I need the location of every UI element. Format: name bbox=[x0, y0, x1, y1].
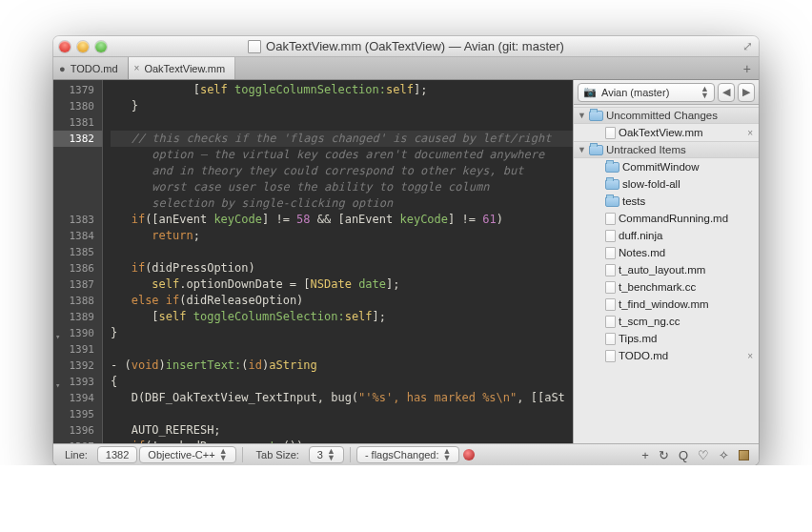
disclosure-triangle-icon[interactable]: ▼ bbox=[578, 111, 586, 120]
line-number[interactable]: 1382 bbox=[53, 131, 102, 147]
disclosure-triangle-icon[interactable]: ▼ bbox=[578, 145, 586, 154]
line-number[interactable]: 1384 bbox=[53, 228, 94, 244]
folder-icon bbox=[589, 111, 603, 121]
tree-item-label: t_find_window.mm bbox=[619, 298, 755, 310]
close-window-button[interactable] bbox=[59, 41, 71, 52]
project-popup[interactable]: 📷 Avian (master) ▲▼ bbox=[578, 83, 715, 102]
tree-section-header[interactable]: ▼Uncommitted Changes bbox=[574, 107, 759, 124]
tree-item[interactable]: duff.ninja bbox=[574, 227, 759, 244]
code-line[interactable] bbox=[111, 244, 573, 260]
file-tree[interactable]: ▼Uncommitted ChangesOakTextView.mm×▼Untr… bbox=[574, 105, 759, 443]
tree-item[interactable]: TODO.md× bbox=[574, 347, 759, 364]
line-number[interactable]: 1385 bbox=[53, 244, 94, 260]
code-line[interactable]: worst case user lose the ability to togg… bbox=[111, 179, 573, 195]
line-number[interactable]: 1380 bbox=[53, 98, 94, 114]
tab-size-popup[interactable]: 3 ▲▼ bbox=[309, 446, 344, 463]
editor-split: 1379138013811382138313841385138613871388… bbox=[53, 80, 759, 443]
line-number[interactable]: 1387 bbox=[53, 276, 94, 293]
code-editor[interactable]: 1379138013811382138313841385138613871388… bbox=[53, 80, 573, 443]
new-tab-button[interactable]: + bbox=[736, 57, 759, 79]
line-number[interactable]: 1381 bbox=[53, 114, 94, 131]
fullscreen-icon[interactable]: ⤢ bbox=[742, 39, 753, 53]
code-area[interactable]: [self toggleColumnSelection:self]; } // … bbox=[103, 80, 573, 443]
line-number[interactable]: 1388 bbox=[53, 293, 94, 309]
code-line[interactable]: [self toggleColumnSelection:self]; bbox=[111, 82, 573, 98]
code-line[interactable]: selection by single-clicking option bbox=[111, 195, 573, 212]
tree-item[interactable]: OakTextView.mm× bbox=[574, 124, 759, 141]
line-number[interactable] bbox=[53, 179, 94, 195]
favorites-button[interactable]: ♡ bbox=[698, 448, 709, 462]
tab-todo-md[interactable]: ●TODO.md bbox=[53, 57, 129, 79]
close-tab-icon[interactable]: × bbox=[134, 63, 140, 73]
macro-record-button[interactable] bbox=[463, 449, 475, 460]
code-line[interactable]: [self toggleColumnSelection:self]; bbox=[111, 309, 573, 325]
tree-item[interactable]: t_scm_ng.cc bbox=[574, 313, 759, 330]
tree-item[interactable]: slow-fold-all bbox=[574, 175, 759, 193]
code-line[interactable]: else if(didReleaseOption) bbox=[111, 293, 573, 309]
file-browser-sidebar: 📷 Avian (master) ▲▼ ◀ ▶ ▼Uncommitted Cha… bbox=[573, 80, 759, 443]
grammar-popup[interactable]: Objective-C++ ▲▼ bbox=[139, 446, 235, 463]
line-number[interactable]: 1392 bbox=[53, 358, 94, 374]
code-line[interactable]: D(DBF_OakTextView_TextInput, bug("'%s', … bbox=[111, 390, 573, 406]
minimize-window-button[interactable] bbox=[77, 41, 89, 52]
code-line[interactable]: self.optionDownDate = [NSDate date]; bbox=[111, 276, 573, 293]
code-line[interactable]: if([anEvent keyCode] != 58 && [anEvent k… bbox=[111, 212, 573, 228]
document-icon bbox=[248, 40, 261, 53]
line-number[interactable] bbox=[53, 195, 94, 212]
tree-item[interactable]: Tips.md bbox=[574, 330, 759, 347]
code-line[interactable]: // this checks if the 'flags changed' is… bbox=[111, 131, 573, 147]
tree-item[interactable]: CommandRunning.md bbox=[574, 210, 759, 227]
code-line[interactable]: return; bbox=[111, 228, 573, 244]
code-line[interactable]: and in theory they could correspond to o… bbox=[111, 163, 573, 179]
tree-item[interactable]: t_find_window.mm bbox=[574, 296, 759, 313]
code-line[interactable]: } bbox=[111, 98, 573, 114]
tree-item[interactable]: t_auto_layout.mm bbox=[574, 261, 759, 278]
zoom-window-button[interactable] bbox=[95, 41, 107, 52]
close-item-icon[interactable]: × bbox=[747, 128, 755, 138]
tree-item-label: tests bbox=[622, 195, 755, 207]
tree-item[interactable]: CommitWindow bbox=[574, 158, 759, 175]
goto-line-field[interactable]: 1382 bbox=[97, 446, 137, 463]
search-button[interactable]: Q bbox=[679, 448, 688, 462]
symbol-popup[interactable]: - flagsChanged: ▲▼ bbox=[356, 446, 460, 463]
line-number[interactable]: 1397 bbox=[53, 439, 94, 443]
line-number[interactable]: 1386 bbox=[53, 260, 94, 276]
nav-forward-button[interactable]: ▶ bbox=[738, 83, 755, 102]
line-number[interactable] bbox=[53, 147, 94, 163]
tree-item[interactable]: Notes.md bbox=[574, 244, 759, 261]
code-line[interactable] bbox=[111, 114, 573, 131]
settings-button[interactable]: ✧ bbox=[719, 448, 729, 462]
file-icon bbox=[605, 298, 616, 311]
code-line[interactable]: { bbox=[111, 374, 573, 390]
tree-item[interactable]: t_benchmark.cc bbox=[574, 278, 759, 296]
line-number[interactable]: 1389 bbox=[53, 309, 94, 325]
line-number[interactable]: 1396 bbox=[53, 422, 94, 439]
add-button[interactable]: + bbox=[641, 448, 649, 462]
tree-item-label: t_benchmark.cc bbox=[619, 281, 755, 293]
line-number[interactable] bbox=[53, 163, 94, 179]
fold-toggle-icon[interactable]: ▾ bbox=[55, 329, 60, 345]
tree-item-label: TODO.md bbox=[619, 350, 744, 361]
line-number[interactable]: 1395 bbox=[53, 406, 94, 422]
symbol-label: - flagsChanged: bbox=[365, 449, 439, 460]
tree-item[interactable]: tests bbox=[574, 193, 759, 210]
code-line[interactable]: - (void)insertText:(id)aString bbox=[111, 358, 573, 374]
line-number[interactable]: 1383 bbox=[53, 212, 94, 228]
close-item-icon[interactable]: × bbox=[747, 351, 755, 361]
scm-status-icon[interactable] bbox=[739, 450, 749, 460]
code-line[interactable]: } bbox=[111, 325, 573, 341]
code-line[interactable]: AUTO_REFRESH; bbox=[111, 422, 573, 439]
line-gutter[interactable]: 1379138013811382138313841385138613871388… bbox=[53, 80, 103, 443]
app-window: OakTextView.mm (OakTextView) — Avian (gi… bbox=[53, 36, 759, 465]
reload-button[interactable]: ↻ bbox=[659, 448, 669, 462]
code-line[interactable] bbox=[111, 406, 573, 422]
code-line[interactable]: if(didPressOption) bbox=[111, 260, 573, 276]
tab-oaktextview-mm[interactable]: ×OakTextView.mm bbox=[129, 57, 236, 79]
line-number[interactable]: 1379 bbox=[53, 82, 94, 98]
tab-bar: ●TODO.md×OakTextView.mm+ bbox=[53, 57, 759, 80]
code-line[interactable] bbox=[111, 341, 573, 358]
nav-back-button[interactable]: ◀ bbox=[718, 83, 735, 102]
code-line[interactable]: option — the virtual key codes aren't do… bbox=[111, 147, 573, 163]
tree-section-header[interactable]: ▼Untracked Items bbox=[574, 141, 759, 158]
fold-toggle-icon[interactable]: ▾ bbox=[55, 378, 60, 394]
